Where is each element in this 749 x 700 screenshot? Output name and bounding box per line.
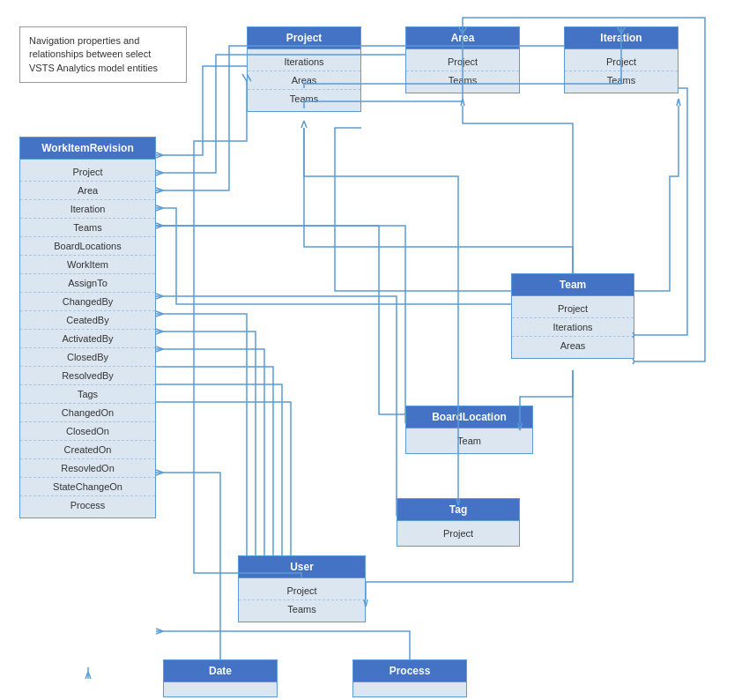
entity-date-header: Date	[164, 660, 277, 682]
entity-workitemrevision: WorkItemRevision Project Area Iteration …	[19, 137, 156, 518]
field-wir-ceatedby: CeatedBy	[20, 311, 155, 330]
cf3a	[156, 188, 163, 190]
conn-proj-teams	[304, 128, 573, 273]
field-proj-iterations: Iterations	[248, 53, 360, 71]
field-iter-teams: Teams	[565, 71, 678, 89]
conn-wir-activatedby	[156, 367, 273, 555]
entity-workitemrevision-header: WorkItemRevision	[20, 138, 155, 160]
entity-project-header: Project	[248, 27, 360, 49]
field-wir-boardlocations: BoardLocations	[20, 237, 155, 256]
field-wir-workitem: WorkItem	[20, 256, 155, 274]
field-team-areas: Areas	[512, 337, 634, 354]
entity-workitemrevision-body: Project Area Iteration Teams BoardLocati…	[20, 160, 155, 518]
cf11b	[156, 631, 163, 634]
field-wir-project: Project	[20, 163, 155, 182]
field-team-project: Project	[512, 300, 634, 318]
cf2a	[156, 170, 163, 173]
cf7b	[156, 314, 163, 316]
entity-process: Process	[352, 659, 467, 697]
field-wir-closedon: ClosedOn	[20, 422, 155, 441]
cf9a	[156, 346, 163, 349]
entity-date: Date	[163, 659, 278, 697]
cf5a	[156, 223, 163, 226]
entity-team-header: Team	[512, 274, 634, 296]
entity-boardlocation-body: Team	[406, 428, 532, 453]
cf21b	[366, 599, 367, 607]
conn-team-project	[335, 128, 511, 291]
cf11a	[156, 629, 163, 631]
entity-tag: Tag Project	[397, 498, 520, 547]
field-wir-closedby: ClosedBy	[20, 348, 155, 367]
cf1b	[156, 155, 163, 158]
cf5b	[156, 226, 163, 228]
field-wir-changedby: ChangedBy	[20, 293, 155, 311]
entity-process-body	[353, 682, 466, 696]
entity-boardlocation-header: BoardLocation	[406, 406, 532, 428]
field-wir-resolvedby: ResolvedBy	[20, 367, 155, 385]
note-text: Navigation properties and relationships …	[29, 35, 158, 73]
conn-wir-process	[156, 631, 410, 659]
cf1a	[156, 153, 163, 155]
note-box: Navigation properties and relationships …	[19, 26, 187, 83]
field-wir-resovledon: ResovledOn	[20, 459, 155, 478]
cf10a	[156, 470, 163, 473]
entity-team-body: Project Iterations Areas	[512, 296, 634, 358]
conn-team-iterations	[634, 88, 687, 335]
field-area-project: Project	[406, 53, 519, 71]
field-wir-activatedby: ActivatedBy	[20, 330, 155, 348]
field-bl-team: Team	[406, 432, 532, 450]
cf15b	[463, 99, 464, 106]
cf7a	[156, 311, 163, 314]
conn-wir-closedby	[156, 384, 282, 555]
conn-wir-ceatedby	[156, 349, 264, 555]
cf6a	[156, 294, 163, 296]
arrow-date1	[85, 672, 88, 679]
arrow-date2	[88, 672, 91, 679]
field-wir-teams: Teams	[20, 219, 155, 237]
conn-wir-boardlocations	[156, 226, 405, 423]
entity-area-header: Area	[406, 27, 519, 49]
field-wir-process: Process	[20, 496, 155, 514]
entity-tag-header: Tag	[397, 499, 519, 521]
field-tag-project: Project	[397, 525, 519, 542]
field-area-teams: Teams	[406, 71, 519, 89]
cf8a	[156, 329, 163, 331]
field-wir-area: Area	[20, 182, 155, 200]
field-iter-project: Project	[565, 53, 678, 71]
field-wir-changedon: ChangedOn	[20, 404, 155, 422]
entity-area: Area Project Teams	[405, 26, 520, 93]
cf2b	[156, 173, 163, 175]
diagram-container: Navigation properties and relationships …	[0, 0, 749, 700]
cf4b	[156, 208, 163, 211]
cf12a	[301, 121, 304, 128]
entity-iteration-header: Iteration	[565, 27, 678, 49]
conn-wir-assignto	[156, 314, 247, 555]
conn-user-teams	[366, 370, 573, 599]
cf8b	[156, 331, 163, 334]
conn-wir-changedby	[156, 331, 256, 555]
cf6b	[156, 296, 163, 299]
cf18a	[633, 359, 634, 361]
field-user-project: Project	[239, 582, 365, 600]
entity-iteration-body: Project Teams	[565, 49, 678, 93]
entity-iteration: Iteration Project Teams	[564, 26, 679, 93]
entity-project: Project Iterations Areas Teams	[247, 26, 361, 112]
field-team-iterations: Iterations	[512, 318, 634, 337]
cf18b	[633, 361, 634, 364]
entity-boardlocation: BoardLocation Team	[405, 406, 533, 454]
cf16a	[677, 99, 679, 106]
entity-team: Team Project Iterations Areas	[511, 273, 634, 359]
entity-tag-body: Project	[397, 521, 519, 546]
cf9b	[156, 349, 163, 352]
conn-wir-resolvedby	[156, 402, 291, 555]
cf16b	[679, 99, 680, 106]
field-wir-iteration: Iteration	[20, 200, 155, 219]
field-wir-createdon: CreatedOn	[20, 441, 155, 459]
field-proj-areas: Areas	[248, 71, 360, 90]
cf10b	[156, 473, 163, 475]
entity-process-header: Process	[353, 660, 466, 682]
cf12b	[304, 121, 307, 128]
entity-project-body: Iterations Areas Teams	[248, 49, 360, 111]
entity-user: User Project Teams	[238, 555, 366, 622]
conn-area-teams	[463, 106, 573, 273]
